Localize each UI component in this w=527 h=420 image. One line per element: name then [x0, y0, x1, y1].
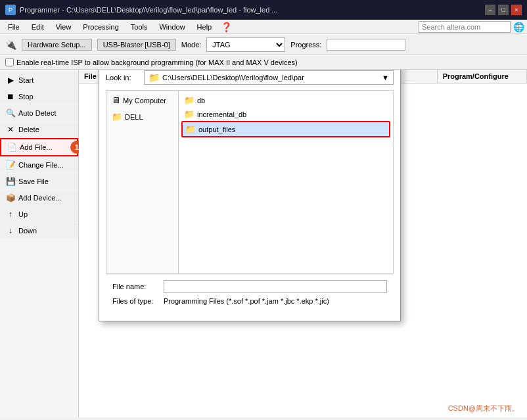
dialog-footer: File name: Files of type: Programming Fi… [106, 274, 394, 314]
help-icon[interactable]: ❓ [221, 22, 232, 32]
incremental-db-folder-icon: 📁 [184, 109, 195, 119]
progress-bar [327, 39, 405, 51]
files-of-type-label: Files of type: [112, 297, 158, 305]
save-file-button[interactable]: 💾 Save File [0, 174, 78, 189]
stop-button[interactable]: ⏹ Stop [0, 89, 78, 105]
title-bar: P Programmer - C:\Users\DELL\Desktop\Ver… [0, 0, 527, 20]
auto-detect-icon: 🔍 [5, 108, 16, 118]
menu-tools[interactable]: Tools [126, 22, 153, 32]
up-button[interactable]: ↑ Up [0, 206, 78, 222]
main-area: ▶ Start ⏹ Stop 🔍 Auto Detect ✕ Delete 📄 … [0, 70, 527, 417]
output-files-folder-icon: 📁 [185, 124, 196, 134]
look-in-path: C:\Users\DELL\Desktop\Verilog\flow_led\p… [162, 74, 304, 82]
menu-view[interactable]: View [51, 22, 77, 32]
watermark: CSDN@周末不下雨。 [446, 402, 522, 415]
change-file-button[interactable]: 📝 Change File... [0, 157, 78, 173]
file-item-output-files[interactable]: 📁 output_files 2 [181, 121, 390, 137]
hardware-icon: 🔌 [5, 39, 16, 50]
files-panel: 📁 db 📁 incremental_db 📁 output_files 2 [179, 91, 393, 273]
select-programming-file-dialog: 📄 Select Programming File Look in: 📁 C:\… [99, 70, 401, 321]
close-button[interactable]: × [511, 5, 522, 15]
file-browser: 🖥 My Computer 📁 DELL 📁 db [106, 90, 394, 274]
start-button[interactable]: ▶ Start [0, 72, 78, 88]
add-file-button[interactable]: 📄 Add File... 1 [0, 138, 78, 156]
file-item-incremental-db[interactable]: 📁 incremental_db [181, 107, 390, 121]
computer-icon: 🖥 [112, 95, 120, 105]
start-icon: ▶ [5, 75, 16, 85]
globe-icon: 🌐 [513, 22, 524, 32]
maximize-button[interactable]: □ [498, 5, 509, 15]
progress-label: Progress: [290, 41, 321, 49]
real-time-isp-checkbox[interactable] [5, 58, 14, 66]
mode-label: Mode: [181, 41, 202, 49]
add-file-icon: 📄 [7, 142, 17, 152]
save-file-icon: 💾 [5, 176, 16, 187]
nav-panel: 🖥 My Computer 📁 DELL [106, 91, 179, 273]
stop-icon: ⏹ [5, 91, 16, 102]
down-icon: ↓ [5, 225, 16, 236]
files-of-type-row: Files of type: Programming Files (*.sof … [112, 297, 387, 305]
menu-file[interactable]: File [3, 22, 25, 32]
app-icon: P [5, 5, 16, 15]
look-in-row: Look in: 📁 C:\Users\DELL\Desktop\Verilog… [106, 70, 394, 85]
look-in-dropdown-arrow: ▼ [382, 74, 389, 82]
db-folder-icon: 📁 [184, 95, 195, 105]
usb-blaster-button[interactable]: USB-Blaster [USB-0] [97, 39, 176, 51]
add-device-icon: 📦 [5, 193, 16, 203]
hardware-setup-button[interactable]: Hardware Setup... [22, 39, 92, 51]
mode-select[interactable]: JTAG Active Serial Programming Passive S… [206, 37, 285, 52]
down-button[interactable]: ↓ Down [0, 223, 78, 239]
file-name-label: File name: [112, 283, 158, 291]
add-device-button[interactable]: 📦 Add Device... [0, 190, 78, 206]
file-item-db[interactable]: 📁 db [181, 93, 390, 107]
checkbox-row: Enable real-time ISP to allow background… [0, 55, 527, 70]
delete-icon: ✕ [5, 124, 16, 135]
up-icon: ↑ [5, 209, 16, 220]
window-title: Programmer - C:\Users\DELL\Desktop\Veril… [20, 6, 278, 14]
search-input[interactable] [419, 21, 511, 33]
files-of-type-value: Programming Files (*.sof *.pof *.jam *.j… [164, 297, 387, 305]
search-area: 🌐 [419, 21, 524, 33]
delete-button[interactable]: ✕ Delete [0, 122, 78, 137]
menu-processing[interactable]: Processing [78, 22, 124, 32]
menu-window[interactable]: Window [154, 22, 190, 32]
minimize-button[interactable]: – [485, 5, 495, 15]
toolbar: 🔌 Hardware Setup... USB-Blaster [USB-0] … [0, 34, 527, 55]
checkbox-label: Enable real-time ISP to allow background… [16, 58, 298, 66]
menu-bar: File Edit View Processing Tools Window H… [0, 20, 527, 34]
menu-edit[interactable]: Edit [26, 22, 49, 32]
dialog-body: Look in: 📁 C:\Users\DELL\Desktop\Verilog… [99, 70, 400, 321]
change-file-icon: 📝 [5, 160, 16, 170]
dell-folder-icon: 📁 [112, 112, 122, 122]
nav-dell[interactable]: 📁 DELL [109, 110, 175, 124]
look-in-dropdown[interactable]: 📁 C:\Users\DELL\Desktop\Verilog\flow_led… [144, 70, 394, 85]
nav-my-computer[interactable]: 🖥 My Computer [109, 93, 175, 107]
sidebar: ▶ Start ⏹ Stop 🔍 Auto Detect ✕ Delete 📄 … [0, 70, 79, 417]
menu-help[interactable]: Help [192, 22, 218, 32]
col-program: Program/Configure [438, 70, 527, 83]
look-in-folder-icon: 📁 [149, 72, 160, 83]
file-name-input[interactable] [164, 280, 387, 293]
window-controls: – □ × [485, 5, 522, 15]
file-name-row: File name: [112, 280, 387, 293]
look-in-label: Look in: [106, 74, 139, 82]
content-area: File Device Checksum Usercode Program/Co… [79, 70, 527, 417]
auto-detect-button[interactable]: 🔍 Auto Detect [0, 105, 78, 121]
